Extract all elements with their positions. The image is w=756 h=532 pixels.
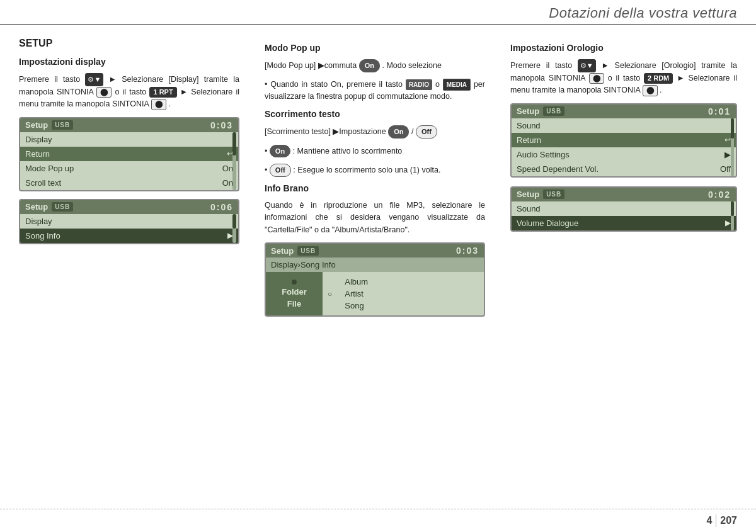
- artist-label: Artist: [345, 289, 368, 298]
- lcd1-title: Setup: [25, 120, 48, 130]
- display-text3: o il tasto: [115, 88, 146, 96]
- lcd1-scrollbar: [232, 132, 236, 190]
- sintonia-dial-icon: ⬤: [96, 87, 112, 98]
- lcdr1-scrollbar: [731, 118, 734, 176]
- sintonia-dial3-icon: ⬤: [589, 73, 604, 84]
- mid-column: Modo Pop up [Modo Pop up] ▶commuta On . …: [252, 38, 498, 324]
- 2rdm-button: 2 RDM: [644, 73, 673, 84]
- chapter-number: 4: [706, 515, 712, 526]
- orologio-body: Premere il tasto ⚙▼ ► Selezionare [Orolo…: [510, 59, 737, 97]
- lcdr1-usb: USB: [543, 106, 564, 116]
- arrow-right-icon: ►: [109, 75, 117, 84]
- lcd1-usb: USB: [52, 120, 73, 130]
- song-label: Song: [345, 301, 368, 310]
- lcd1-header: Setup USB 0:03: [20, 118, 238, 132]
- lcd3-time: 0:03: [456, 246, 479, 256]
- modepopup-title: Modo Pop up: [265, 43, 485, 53]
- page-number: 4 207: [706, 514, 737, 527]
- lcdr1-time: 0:01: [708, 106, 731, 116]
- display-text1: Premere il tasto: [19, 75, 80, 84]
- lcd1-row-modepopup: Mode Pop up On: [20, 161, 238, 176]
- circle-radio-icon: ○: [328, 290, 332, 298]
- modepopup-body1: [Modo Pop up] ▶commuta On . Modo selezio…: [265, 59, 485, 72]
- lcdr2-scrollbar: [731, 201, 734, 230]
- arrow-right4-icon: ►: [677, 74, 684, 82]
- lcd2-row-songinfo: Song Info ▶: [20, 229, 238, 243]
- lcdr2-row-sound: Sound: [512, 201, 736, 216]
- scroll-off-pill: Off: [416, 125, 437, 139]
- lcd1-row-display: Display: [20, 132, 238, 147]
- gear-icon: ⚙▼: [85, 73, 103, 86]
- lcdr1-title: Setup: [517, 106, 539, 116]
- 1rpt-button: 1 RPT: [149, 87, 176, 98]
- lcd2-header: Setup USB 0:06: [20, 200, 238, 214]
- lcdr1-row-speed: Speed Dependent Vol. Off: [512, 162, 736, 176]
- radio-badge: RADIO: [406, 79, 432, 91]
- gear2-icon: ⚙▼: [578, 59, 596, 72]
- lcdr2-row-volume: Volume Dialogue ▶: [512, 216, 736, 230]
- sintonia-dial2-icon: ⬤: [151, 99, 166, 110]
- lcdr1-scrollbar-thumb: [731, 118, 734, 139]
- lcd-right-1: Setup USB 0:01 Sound Return ↩ Audio Sett…: [510, 103, 737, 178]
- lcdr2-body: Sound Volume Dialogue ▶: [512, 201, 736, 230]
- lcd3-usb: USB: [297, 246, 319, 256]
- folder-dot-icon: [292, 280, 297, 285]
- lcd2-scrollbar: [232, 214, 236, 243]
- lcdr2-title: Setup: [517, 190, 539, 199]
- album-label: Album: [345, 277, 368, 286]
- file-label: File: [287, 299, 301, 308]
- infobrano-title: Info Brano: [265, 183, 485, 193]
- lcdr1-header: Setup USB 0:01: [512, 105, 736, 118]
- arrow-right2-icon: ►: [180, 88, 188, 96]
- footer: 4 207: [0, 509, 756, 532]
- infobrano-body: Quando è in riproduzione un file MP3, se…: [265, 200, 485, 236]
- lcdr1-body: Sound Return ↩ Audio Settings ▶ Speed De…: [512, 118, 736, 176]
- lcd1-body: Display Return ↩ Mode Pop up On Scroll t…: [20, 132, 238, 190]
- lcd-screen-3: Setup USB 0:03 Display›Song Info Folder …: [265, 242, 485, 317]
- lcdr2-scrollbar-thumb: [731, 201, 734, 216]
- scroll-on-pill: On: [388, 125, 409, 139]
- scrolltesto-body1: [Scorrimento testo] ▶Impostazione On / O…: [265, 125, 485, 139]
- lcdr1-row-return: Return ↩: [512, 133, 736, 147]
- page-num-value: 207: [720, 515, 737, 526]
- modepopup-body2: • Quando in stato On, premere il tasto R…: [265, 79, 485, 103]
- lcdr1-row-sound: Sound: [512, 118, 736, 133]
- lcd1-time: 0:03: [210, 120, 233, 130]
- lcd-screen-2: Setup USB 0:06 Display Song Info ▶: [19, 199, 239, 244]
- orologio-title: Impostazioni Orologio: [510, 43, 737, 53]
- lcd-right-2: Setup USB 0:02 Sound Volume Dialogue ▶: [510, 186, 737, 232]
- lcd2-title: Setup: [25, 202, 48, 212]
- display-body: Premere il tasto ⚙▼ ► Selezionare [Displ…: [19, 73, 239, 111]
- scrolltesto-body2: • On : Mantiene attivo lo scorrimento: [265, 145, 485, 158]
- lcd2-usb: USB: [52, 202, 73, 212]
- return2-arrow-icon: ↩: [724, 135, 731, 144]
- lcd2-body: Display Song Info ▶: [20, 214, 238, 243]
- lcd3-separator: ○: [323, 272, 337, 315]
- lcd-screen-1: Setup USB 0:03 Display Return ↩ Mode Pop…: [19, 117, 239, 191]
- volume-arrow-icon: ▶: [725, 218, 731, 227]
- display-subtitle: Impostazioni display: [19, 57, 239, 67]
- lcd3-body: Folder File ○ Album Artist Song: [266, 272, 484, 315]
- lcdr1-row-audio: Audio Settings ▶: [512, 147, 736, 162]
- lcd3-header: Setup USB 0:03: [266, 244, 484, 258]
- scroll-off-pill2: Off: [270, 164, 291, 177]
- scrolltesto-body3: • Off : Esegue lo scorrimento solo una (…: [265, 164, 485, 177]
- header: Dotazioni della vostra vettura: [0, 0, 756, 25]
- scroll-on-pill2: On: [270, 145, 290, 158]
- on-pill: On: [359, 59, 380, 72]
- lcd3-title: Setup: [271, 246, 294, 256]
- scrolltesto-title: Scorrimento testo: [265, 109, 485, 119]
- sintonia-dial4-icon: ⬤: [643, 85, 658, 96]
- folder-label: Folder: [282, 287, 307, 297]
- lcd2-row-display: Display: [20, 214, 238, 229]
- lcd1-row-return: Return ↩: [20, 147, 238, 161]
- lcd3-folder-file: Folder File: [266, 272, 323, 315]
- lcd1-row-scrolltext: Scroll text On: [20, 176, 238, 190]
- lcd3-breadcrumb: Display›Song Info: [266, 258, 484, 272]
- lcd3-album-artist-song: Album Artist Song: [337, 272, 375, 315]
- page-title: Dotazioni della vostra vettura: [549, 5, 737, 21]
- lcdr2-header: Setup USB 0:02: [512, 188, 736, 201]
- lcd1-scrollbar-thumb: [232, 132, 236, 156]
- page-divider: [716, 514, 716, 527]
- lcdr2-time: 0:02: [708, 190, 731, 200]
